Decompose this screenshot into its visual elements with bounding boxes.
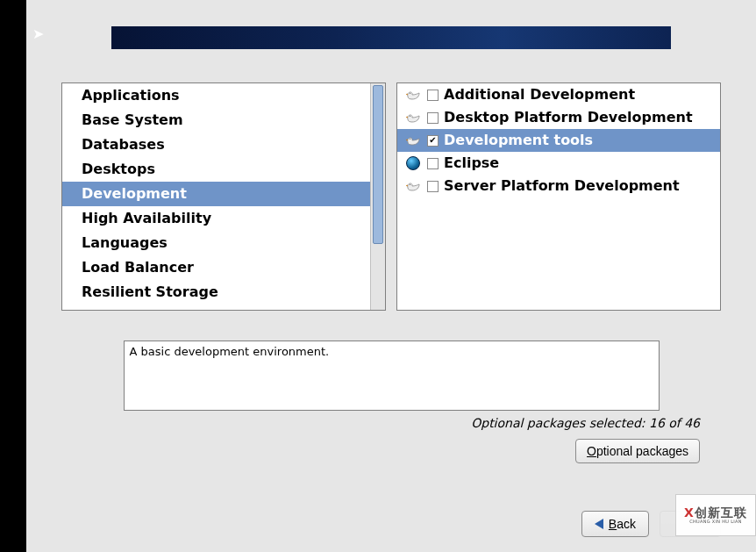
optional-row: Optional packages <box>61 439 700 463</box>
package-label: Additional Development <box>444 86 635 104</box>
package-checkbox[interactable] <box>427 90 439 101</box>
watermark-line1: 创新互联 <box>695 505 747 520</box>
category-item[interactable]: Resilient Storage <box>62 280 370 305</box>
category-panel: ApplicationsBase SystemDatabasesDesktops… <box>61 82 386 311</box>
svg-point-0 <box>410 93 410 94</box>
optional-packages-label: Optional packages <box>587 444 688 458</box>
optional-packages-button[interactable]: Optional packages <box>575 439 700 463</box>
package-label: Eclipse <box>444 154 499 172</box>
watermark: X创新互联 CHUANG XIN HU LIAN <box>675 494 756 536</box>
package-checkbox[interactable] <box>427 135 439 147</box>
svg-point-2 <box>410 139 410 140</box>
category-item[interactable]: Languages <box>62 231 370 255</box>
svg-point-3 <box>410 184 410 185</box>
arrow-left-icon <box>595 519 603 529</box>
nav-row: Back <box>61 511 721 537</box>
selection-panels: ApplicationsBase SystemDatabasesDesktops… <box>61 82 721 311</box>
package-item[interactable]: Eclipse <box>397 152 720 175</box>
header-banner <box>111 26 671 49</box>
package-group-icon <box>404 111 422 125</box>
package-item[interactable]: Development tools <box>397 129 720 152</box>
description-text: A basic development environment. <box>130 345 330 358</box>
scroll-thumb[interactable] <box>373 85 383 244</box>
category-scrollbar[interactable] <box>370 83 385 310</box>
description-box: A basic development environment. <box>124 341 660 411</box>
package-checkbox[interactable] <box>427 181 439 192</box>
package-checkbox[interactable] <box>427 112 439 124</box>
category-item[interactable]: Desktops <box>62 157 370 182</box>
package-panel: Additional DevelopmentDesktop Platform D… <box>396 82 721 311</box>
category-item[interactable]: High Availability <box>62 206 370 231</box>
package-group-icon <box>404 88 422 102</box>
installer-window: ApplicationsBase SystemDatabasesDesktops… <box>26 0 756 552</box>
status-text: Optional packages selected: 16 of 46 <box>61 416 700 430</box>
package-label: Desktop Platform Development <box>444 109 693 126</box>
back-label: Back <box>609 517 636 531</box>
back-button[interactable]: Back <box>581 511 649 537</box>
category-item[interactable]: Applications <box>62 83 370 108</box>
globe-icon <box>404 156 422 170</box>
package-checkbox[interactable] <box>427 158 439 169</box>
svg-point-1 <box>410 116 410 117</box>
package-label: Development tools <box>444 132 593 149</box>
package-list[interactable]: Additional DevelopmentDesktop Platform D… <box>397 83 720 310</box>
package-item[interactable]: Server Platform Development <box>397 175 720 197</box>
category-list[interactable]: ApplicationsBase SystemDatabasesDesktops… <box>62 83 370 310</box>
package-group-icon <box>404 133 422 147</box>
category-item[interactable]: Scalable Filesystem Support <box>62 305 370 310</box>
category-item[interactable]: Base System <box>62 108 370 133</box>
category-item[interactable]: Load Balancer <box>62 255 370 280</box>
package-item[interactable]: Additional Development <box>397 83 720 106</box>
package-group-icon <box>404 179 422 193</box>
package-label: Server Platform Development <box>444 177 680 195</box>
category-item[interactable]: Development <box>62 182 370 206</box>
watermark-line2: CHUANG XIN HU LIAN <box>684 520 747 525</box>
package-item[interactable]: Desktop Platform Development <box>397 106 720 129</box>
category-item[interactable]: Databases <box>62 133 370 157</box>
